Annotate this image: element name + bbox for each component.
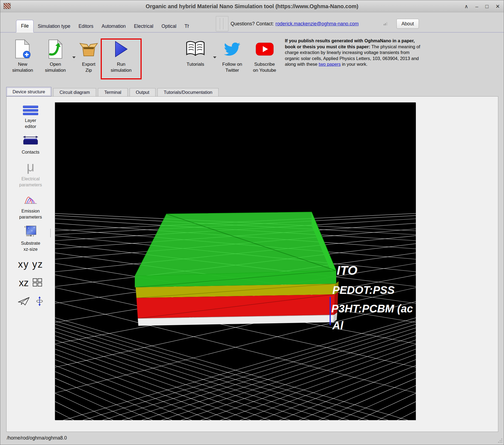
tutorials-label: Tutorials bbox=[187, 61, 204, 67]
close-icon[interactable]: ✕ bbox=[496, 4, 500, 9]
contacts-icon bbox=[22, 135, 39, 147]
contacts-label: Contacts bbox=[22, 149, 39, 155]
label-ito: ITO bbox=[337, 263, 357, 277]
scene-tools-row bbox=[18, 296, 43, 307]
twitter-icon bbox=[222, 38, 243, 60]
titlebar[interactable]: Organic and hybrid Material Nano Simulat… bbox=[0, 0, 504, 12]
open-simulation-dropdown-caret[interactable] bbox=[72, 56, 76, 58]
label-p3ht: P3HT:PCBM (ac bbox=[331, 303, 413, 315]
app-window: Organic and hybrid Material Nano Simulat… bbox=[0, 0, 504, 445]
new-simulation-button[interactable]: New simulation bbox=[8, 38, 37, 73]
svg-text:x: x bbox=[24, 225, 26, 228]
menu-tabs: File Simulation type Editors Automation … bbox=[16, 20, 189, 32]
tab-output[interactable]: Output bbox=[130, 88, 156, 96]
twitter-button[interactable]: Follow on Twitter bbox=[219, 38, 246, 73]
export-zip-button[interactable]: Export Zip bbox=[76, 38, 101, 73]
contacts-button[interactable]: Contacts bbox=[22, 135, 39, 155]
run-simulation-label: Run simulation bbox=[111, 61, 132, 73]
menu-tab-file[interactable]: File bbox=[16, 20, 34, 32]
electrical-parameters-label: Electrical parameters bbox=[19, 176, 42, 188]
tab-tutorials-documentation[interactable]: Tutorials/Documentation bbox=[157, 88, 219, 96]
device-side-toolbar: Layer editor Contacts μ Electrical param… bbox=[6, 96, 55, 432]
emission-parameters-label: Emission parameters bbox=[19, 208, 42, 220]
menu-tab-optical[interactable]: Optical bbox=[157, 20, 180, 32]
electrical-parameters-button[interactable]: μ Electrical parameters bbox=[19, 155, 42, 188]
menu-tab-editors[interactable]: Editors bbox=[74, 20, 97, 32]
tab-terminal[interactable]: Terminal bbox=[98, 88, 127, 96]
citation-text: If you publish results generated with Og… bbox=[285, 38, 423, 67]
run-simulation-icon bbox=[114, 38, 128, 60]
citation-papers-link[interactable]: two papers bbox=[319, 62, 341, 67]
layer-editor-button[interactable]: Layer editor bbox=[23, 96, 38, 129]
contact-label: Questions? Contact: bbox=[231, 21, 274, 26]
layer-editor-icon bbox=[23, 106, 38, 115]
shade-icon[interactable]: ∧ bbox=[464, 4, 468, 9]
open-simulation-icon bbox=[46, 38, 64, 60]
window-controls: ∧ – □ ✕ bbox=[464, 0, 500, 12]
svg-text:z: z bbox=[33, 234, 34, 237]
tutorials-button[interactable]: Tutorials bbox=[180, 38, 210, 67]
minimize-icon[interactable]: – bbox=[475, 4, 478, 9]
menu-tab-electrical[interactable]: Electrical bbox=[130, 20, 157, 32]
new-simulation-label: New simulation bbox=[12, 61, 33, 73]
toolbar-separator bbox=[50, 229, 51, 237]
grid-view-icon[interactable] bbox=[32, 278, 42, 288]
view-xz-button[interactable]: xz bbox=[19, 277, 29, 289]
view-xz-grid-row: xz bbox=[19, 277, 42, 289]
layer-editor-label: Layer editor bbox=[25, 117, 36, 129]
menu-tab-simulation-type[interactable]: Simulation type bbox=[34, 20, 74, 32]
view-xy-yz-buttons[interactable]: xy yz bbox=[18, 259, 43, 270]
window-title: Organic and hybrid Material Nano Simulat… bbox=[0, 0, 504, 12]
youtube-label: Subscribe on Youtube bbox=[253, 61, 276, 73]
resize-grip[interactable] bbox=[498, 438, 503, 444]
splitter-handle[interactable] bbox=[216, 16, 228, 31]
signal-icon bbox=[383, 22, 388, 26]
menu-tabbar: File Simulation type Editors Automation … bbox=[0, 16, 504, 32]
emission-parameters-button[interactable]: Emission parameters bbox=[19, 193, 42, 220]
open-simulation-button[interactable]: Open simulation bbox=[41, 38, 70, 73]
twitter-label: Follow on Twitter bbox=[222, 61, 242, 73]
menu-tab-thermal[interactable]: The bbox=[180, 20, 189, 32]
open-simulation-label: Open simulation bbox=[45, 61, 66, 73]
emission-parameters-icon bbox=[24, 193, 37, 206]
rotate-axis-icon[interactable] bbox=[36, 296, 43, 307]
menu-tab-automation[interactable]: Automation bbox=[97, 20, 130, 32]
citation-tail: in your work. bbox=[341, 62, 368, 67]
export-zip-icon bbox=[79, 38, 98, 60]
substrate-xz-size-button[interactable]: x z Substrate xz-size bbox=[21, 225, 40, 252]
tab-device-structure[interactable]: Device structure bbox=[6, 87, 51, 96]
export-zip-label: Export Zip bbox=[82, 61, 95, 73]
substrate-xz-size-icon: x z bbox=[24, 225, 37, 238]
contact-info: Questions? Contact:roderick.mackenzie@og… bbox=[231, 21, 359, 27]
run-simulation-button[interactable]: Run simulation bbox=[104, 38, 138, 73]
3d-device-viewport[interactable]: ITO PEDOT:PSS P3HT:PCBM (ac Al bbox=[55, 102, 416, 420]
label-pedot: PEDOT:PSS bbox=[332, 284, 395, 296]
paper-plane-icon[interactable] bbox=[18, 297, 30, 307]
tutorials-dropdown-caret[interactable] bbox=[213, 56, 216, 58]
ribbon-toolbar: New simulation Open simulation bbox=[0, 32, 504, 86]
layer-ito-top-face bbox=[135, 212, 336, 276]
electrical-parameters-icon: μ bbox=[27, 160, 35, 174]
statusbar: /home/rod/oghma/oghma8.0 bbox=[0, 432, 504, 445]
youtube-button[interactable]: Subscribe on Youtube bbox=[250, 38, 279, 73]
splitter-groove bbox=[223, 18, 224, 29]
tutorials-icon bbox=[185, 38, 205, 60]
substrate-xz-size-label: Substrate xz-size bbox=[21, 240, 40, 252]
panel-tabbar: Device structure Circuit diagram Termina… bbox=[6, 87, 219, 96]
device-3d-model bbox=[135, 212, 339, 326]
maximize-icon[interactable]: □ bbox=[485, 4, 488, 9]
label-al: Al bbox=[332, 319, 344, 331]
about-button[interactable]: About bbox=[396, 19, 419, 29]
contact-email-link[interactable]: roderick.mackenzie@oghma-nano.com bbox=[276, 21, 359, 26]
tab-circuit-diagram[interactable]: Circuit diagram bbox=[53, 88, 96, 96]
youtube-icon bbox=[256, 38, 274, 60]
current-path: /home/rod/oghma/oghma8.0 bbox=[7, 432, 67, 444]
splitter-groove bbox=[220, 18, 220, 29]
new-simulation-icon bbox=[14, 38, 32, 60]
